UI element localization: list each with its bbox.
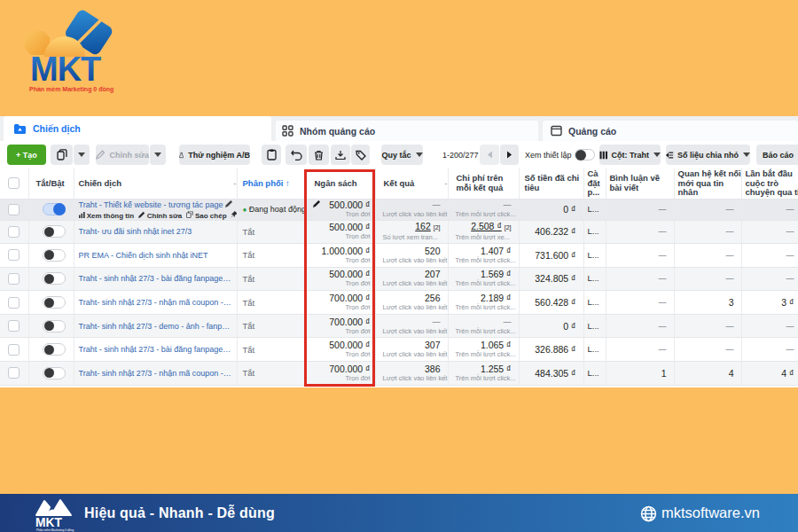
svg-text:Phần mềm Marketing 0 đồng: Phần mềm Marketing 0 đồng bbox=[29, 85, 113, 93]
svg-text:Phần mềm Marketing 0 đồng: Phần mềm Marketing 0 đồng bbox=[36, 528, 74, 532]
svg-text:MKT: MKT bbox=[35, 516, 62, 529]
svg-text:MKT: MKT bbox=[30, 51, 101, 88]
